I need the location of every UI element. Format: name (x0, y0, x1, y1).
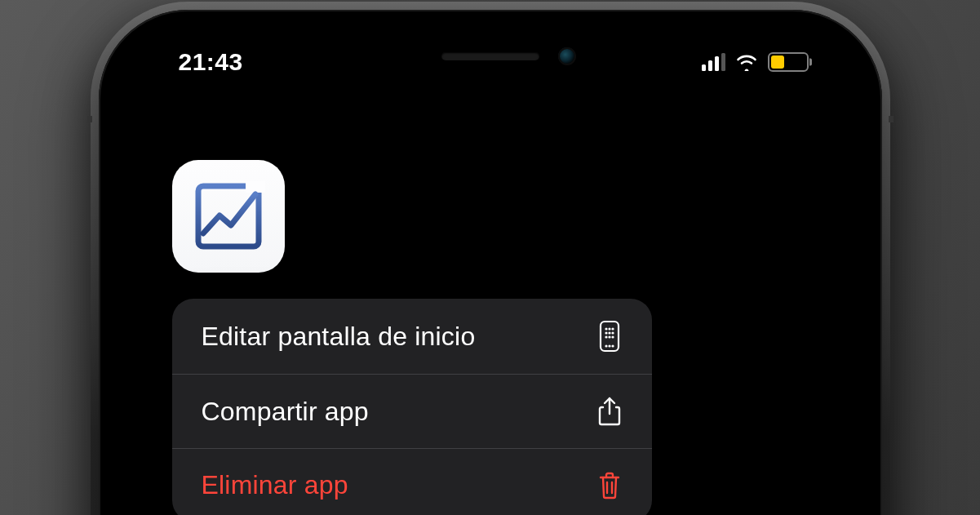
status-time: 21:43 (167, 48, 243, 76)
svg-point-14 (611, 344, 614, 347)
menu-item-label: Compartir app (202, 397, 369, 427)
home-grid-icon (595, 320, 624, 353)
menu-item-label: Eliminar app (202, 470, 348, 500)
status-indicators (702, 52, 814, 72)
svg-point-7 (608, 331, 610, 334)
svg-point-8 (611, 331, 614, 334)
battery-fill (771, 55, 785, 69)
phone-screen: 21:43 (122, 33, 859, 515)
svg-rect-1 (246, 181, 265, 193)
cellular-signal-icon (702, 53, 725, 71)
svg-point-3 (605, 327, 607, 330)
svg-rect-0 (198, 186, 259, 246)
svg-point-4 (608, 327, 610, 330)
front-camera (558, 47, 576, 65)
svg-point-9 (605, 335, 607, 338)
svg-point-6 (605, 331, 607, 334)
phone-frame: 21:43 (99, 10, 882, 515)
chart-icon (188, 176, 268, 256)
menu-item-label: Editar pantalla de inicio (202, 322, 476, 352)
svg-point-12 (605, 344, 607, 347)
speaker-grille (441, 52, 539, 60)
menu-item-share-app[interactable]: Compartir app (172, 374, 652, 448)
svg-point-10 (608, 335, 610, 338)
app-context-menu: Editar pantalla de inicio Compartir ap (172, 299, 652, 515)
trash-icon (595, 471, 624, 500)
notch (331, 33, 650, 80)
analytics-app-icon[interactable] (172, 160, 285, 273)
share-icon (595, 396, 624, 427)
wifi-icon (735, 53, 758, 71)
menu-item-edit-home[interactable]: Editar pantalla de inicio (172, 299, 652, 374)
svg-point-5 (611, 327, 614, 330)
svg-point-13 (608, 344, 610, 347)
svg-point-11 (611, 335, 614, 338)
menu-item-delete-app[interactable]: Eliminar app (172, 448, 652, 515)
battery-icon (768, 52, 809, 72)
